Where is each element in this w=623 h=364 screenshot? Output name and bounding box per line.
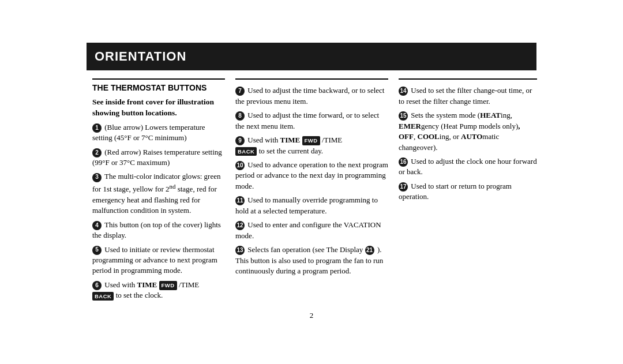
item-number: 14: [399, 87, 408, 96]
back-badge: BACK: [92, 292, 114, 301]
list-item: 12 Used to enter and configure the VACAT…: [235, 220, 388, 241]
inline-number: 21: [365, 246, 374, 255]
list-item: 16 Used to adjust the clock one hour for…: [399, 156, 537, 178]
section-title: THE THERMOSTAT BUTTONS: [92, 78, 225, 93]
list-item-15: 15 Sets the system mode (HEATing, EMERge…: [399, 110, 537, 153]
content-grid: THE THERMOSTAT BUTTONS See inside front …: [87, 78, 536, 305]
item-number: 12: [235, 221, 245, 230]
column-2: 7 Used to adjust the time backward, or t…: [235, 78, 388, 305]
list-item-13: 13 Selects fan operation (see The Displa…: [235, 245, 388, 276]
page: ORIENTATION THE THERMOSTAT BUTTONS See i…: [87, 43, 536, 321]
item-number: 10: [235, 161, 245, 170]
list-item-9: 9 Used with TIME FWD /TIME BACK to set t…: [235, 135, 388, 156]
list-item: 3 The multi-color indicator glows: green…: [92, 171, 225, 216]
list-item: 5 Used to initiate or review thermostat …: [92, 245, 225, 276]
item-number: 13: [235, 246, 245, 255]
item-number: 1: [92, 123, 102, 133]
list-item: 17 Used to start or return to program op…: [399, 181, 537, 202]
item-number: 9: [235, 136, 245, 145]
list-item: 11 Used to manually override programming…: [235, 195, 388, 216]
fwd-badge: FWD: [302, 136, 320, 145]
back-badge: BACK: [235, 147, 257, 156]
col2-top-border: [235, 78, 388, 82]
item-number: 5: [92, 246, 102, 255]
item-number: 16: [399, 157, 408, 167]
list-item: 2 (Red arrow) Raises temperature setting…: [92, 147, 225, 168]
item-number: 15: [399, 111, 408, 121]
list-item: 1 (Blue arrow) Lowers temperature settin…: [92, 122, 225, 144]
item-number: 6: [92, 281, 102, 290]
list-item: 14 Used to set the filter change-out tim…: [399, 85, 537, 107]
item-number: 4: [92, 221, 102, 230]
fwd-badge: FWD: [159, 281, 177, 290]
list-item: 7 Used to adjust the time backward, or t…: [235, 85, 388, 107]
list-item: 10 Used to advance operation to the next…: [235, 160, 388, 192]
list-item-6: 6 Used with TIME FWD /TIME BACK to set t…: [92, 280, 225, 301]
item-number: 8: [235, 111, 245, 121]
item-number: 7: [235, 87, 245, 96]
subtitle: See inside front cover for illustration …: [92, 96, 225, 119]
item-number: 17: [399, 182, 408, 192]
item-number: 3: [92, 173, 102, 182]
page-title: ORIENTATION: [95, 47, 528, 66]
col3-top-border: [399, 78, 537, 82]
header-bar: ORIENTATION: [87, 43, 536, 70]
item-number: 11: [235, 196, 245, 205]
item-number: 2: [92, 148, 102, 157]
list-item: 4 This button (on top of the cover) ligh…: [92, 220, 225, 241]
column-1: THE THERMOSTAT BUTTONS See inside front …: [92, 78, 225, 305]
column-3: 14 Used to set the filter change-out tim…: [399, 78, 537, 305]
page-number: 2: [87, 310, 536, 321]
list-item: 8 Used to adjust the time forward, or to…: [235, 110, 388, 132]
